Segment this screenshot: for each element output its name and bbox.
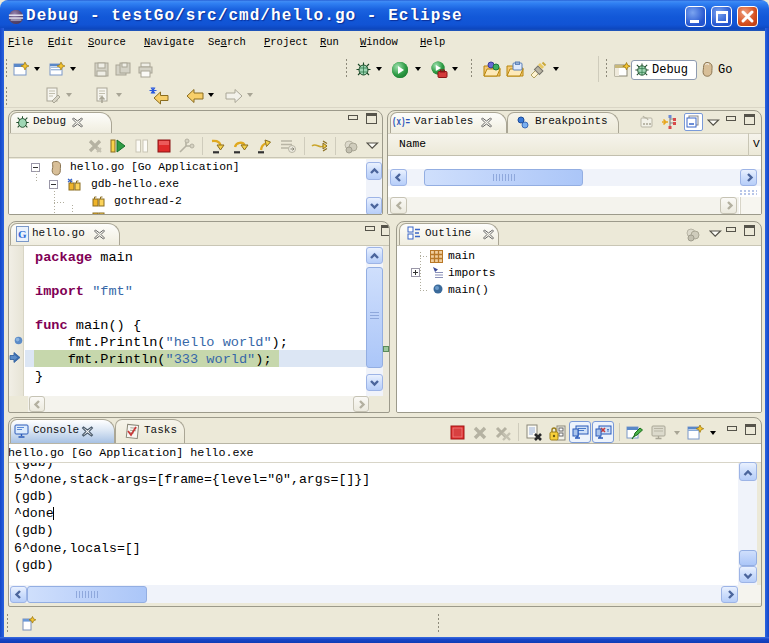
svg-text:(x)=: (x)= [392, 116, 410, 128]
svg-text:G: G [18, 228, 27, 240]
